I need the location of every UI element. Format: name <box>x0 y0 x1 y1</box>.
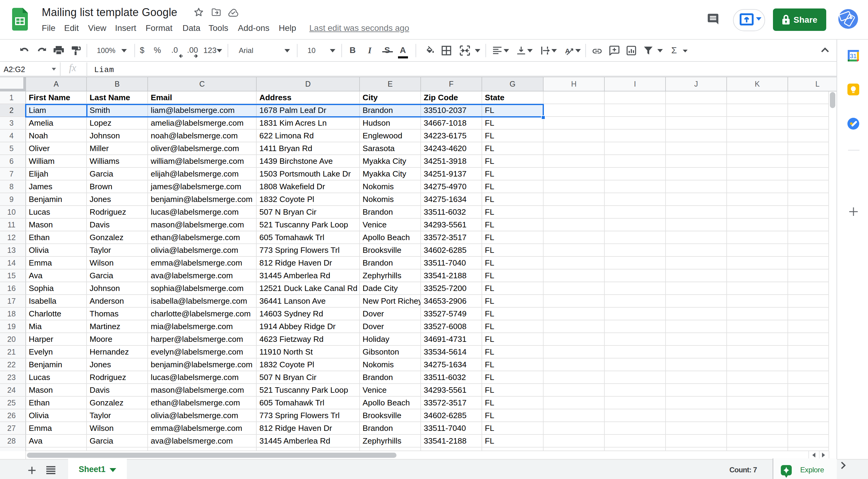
svg-text:31: 31 <box>850 53 857 59</box>
